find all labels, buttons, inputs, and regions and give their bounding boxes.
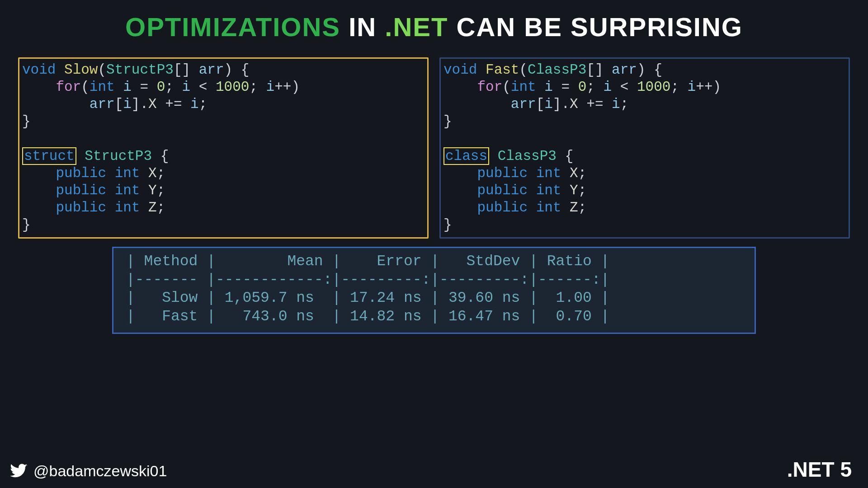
prop-x: X [570, 96, 578, 112]
kw-int: int [115, 200, 140, 216]
var-i: i [266, 79, 275, 95]
bench-row-slow: | Slow | 1,059.7 ns | 17.24 ns | 39.60 n… [126, 290, 609, 306]
title-word-3: .NET [385, 12, 448, 42]
fn-name-fast: Fast [486, 62, 519, 78]
footer: @badamczewski01 [10, 462, 167, 480]
prop-x: X [148, 96, 157, 112]
param-arr: arr [199, 62, 224, 78]
num-1000: 1000 [216, 79, 249, 95]
dotnet-version: .NET 5 [787, 457, 852, 482]
field-x: X [148, 165, 157, 181]
kw-public: public [477, 200, 528, 216]
kw-public: public [56, 200, 106, 216]
var-i: i [688, 79, 696, 95]
kw-int: int [90, 79, 115, 95]
bench-header-row: | Method | Mean | Error | StdDev | Ratio… [126, 253, 609, 270]
field-z: Z [148, 200, 157, 216]
kw-struct-highlighted: struct [22, 147, 76, 165]
num-0: 0 [578, 79, 587, 95]
twitter-handle: @badamczewski01 [33, 462, 167, 480]
page-title: OPTIMIZATIONS IN .NET CAN BE SURPRISING [0, 0, 868, 42]
fn-name-slow: Slow [64, 62, 98, 78]
title-word-4: CAN BE SURPRISING [457, 12, 743, 42]
benchmark-text: | Method | Mean | Error | StdDev | Ratio… [126, 253, 742, 326]
kw-public: public [56, 165, 106, 181]
type-classp3: ClassP3 [528, 62, 586, 78]
title-word-2: IN [349, 12, 377, 42]
var-i: i [604, 79, 612, 95]
fast-code: void Fast(ClassP3[] arr) { for(int i = 0… [443, 61, 846, 234]
var-i: i [612, 96, 620, 112]
type-classp3-def: ClassP3 [498, 148, 557, 164]
var-i: i [544, 96, 553, 112]
slow-code-box: void Slow(StructP3[] arr) { for(int i = … [18, 57, 429, 239]
var-i: i [190, 96, 199, 112]
bench-row-fast: | Fast | 743.0 ns | 14.82 ns | 16.47 ns … [126, 308, 609, 325]
var-i: i [182, 79, 191, 95]
kw-void: void [22, 62, 56, 78]
kw-for: for [56, 79, 81, 95]
bench-sep-row: |------- |------------:|---------:|-----… [126, 272, 609, 288]
param-arr: arr [612, 62, 637, 78]
field-y: Y [148, 183, 157, 198]
type-structp3: StructP3 [106, 62, 174, 78]
kw-int: int [536, 165, 561, 181]
field-y: Y [570, 183, 578, 198]
kw-public: public [56, 183, 106, 198]
code-boxes-row: void Slow(StructP3[] arr) { for(int i = … [0, 42, 868, 239]
kw-int: int [115, 183, 140, 198]
kw-int: int [536, 183, 561, 198]
type-structp3-def: StructP3 [85, 148, 152, 164]
num-0: 0 [157, 79, 165, 95]
benchmark-table: | Method | Mean | Error | StdDev | Ratio… [112, 247, 756, 333]
var-i: i [123, 96, 132, 112]
title-word-1: OPTIMIZATIONS [125, 12, 340, 42]
var-arr: arr [511, 96, 536, 112]
var-arr: arr [90, 96, 115, 112]
field-z: Z [570, 200, 578, 216]
kw-for: for [477, 79, 502, 95]
kw-int: int [511, 79, 536, 95]
fast-code-box: void Fast(ClassP3[] arr) { for(int i = 0… [439, 57, 850, 239]
field-x: X [570, 165, 578, 181]
kw-int: int [536, 200, 561, 216]
kw-public: public [477, 165, 528, 181]
num-1000: 1000 [637, 79, 670, 95]
var-i: i [123, 79, 132, 95]
var-i: i [544, 79, 553, 95]
kw-public: public [477, 183, 528, 198]
twitter-icon [10, 462, 28, 480]
kw-void: void [443, 62, 477, 78]
kw-int: int [115, 165, 140, 181]
slow-code: void Slow(StructP3[] arr) { for(int i = … [22, 61, 425, 234]
kw-class-highlighted: class [443, 147, 489, 165]
